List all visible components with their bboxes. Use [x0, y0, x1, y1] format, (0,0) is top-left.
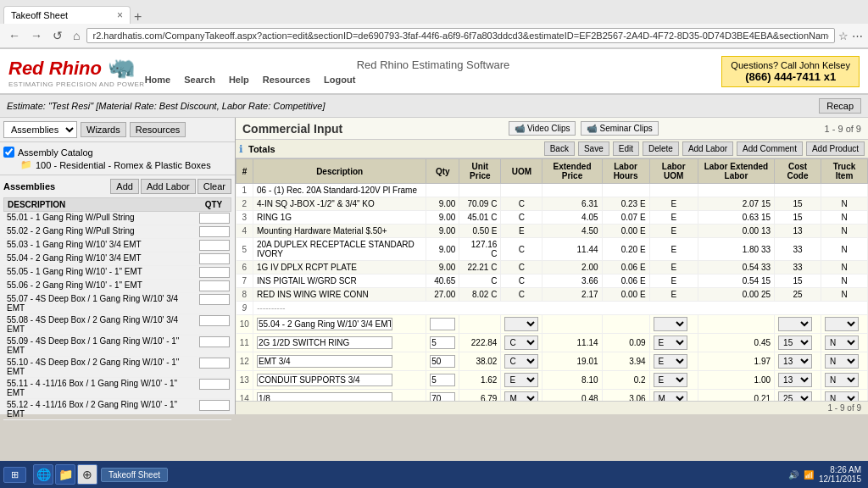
assembly-qty[interactable]	[198, 293, 231, 313]
cell-truck[interactable]: NNY	[821, 352, 868, 371]
labor-uom-select[interactable]: EECM	[654, 354, 687, 369]
qty-input[interactable]	[430, 392, 455, 401]
desc-input[interactable]	[257, 392, 392, 401]
uom-select[interactable]: MECM	[504, 391, 538, 401]
cell-qty[interactable]	[426, 390, 459, 402]
cell-cost-code[interactable]: 25	[775, 390, 821, 402]
cell-truck[interactable]: NNY	[821, 334, 868, 352]
nav-search[interactable]: Search	[184, 75, 215, 85]
qty-input[interactable]	[430, 318, 455, 330]
cell-qty[interactable]	[426, 352, 459, 371]
cell-uom[interactable]: CECM	[501, 334, 542, 352]
assembly-qty[interactable]	[198, 399, 231, 419]
start-button[interactable]: ⊞	[3, 467, 26, 483]
uom-select[interactable]: CECM	[504, 354, 538, 369]
assembly-qty-input[interactable]	[199, 280, 230, 291]
uom-select[interactable]: EECM	[504, 373, 538, 387]
cell-desc[interactable]	[253, 371, 426, 390]
cell-desc[interactable]	[253, 315, 426, 334]
cost-code-select[interactable]: 25	[778, 391, 812, 401]
assembly-qty[interactable]	[198, 280, 231, 292]
assembly-qty-input[interactable]	[199, 400, 230, 411]
cost-code-select[interactable]	[778, 317, 812, 331]
qty-input[interactable]	[430, 336, 455, 349]
action-btn-save[interactable]: Save	[578, 141, 609, 156]
assembly-qty-input[interactable]	[199, 253, 230, 264]
add-assembly-btn[interactable]: Add	[110, 179, 139, 194]
assembly-qty-input[interactable]	[199, 226, 230, 237]
desc-input[interactable]	[257, 336, 392, 349]
cell-truck[interactable]: NNY	[821, 371, 868, 390]
assembly-qty-input[interactable]	[199, 336, 230, 347]
cell-desc[interactable]	[253, 390, 426, 402]
assembly-qty-input[interactable]	[199, 240, 230, 251]
active-window-btn[interactable]: Takeoff Sheet	[101, 468, 168, 482]
nav-logout[interactable]: Logout	[324, 75, 355, 85]
assembly-qty-input[interactable]	[199, 213, 230, 224]
assembly-qty[interactable]	[198, 378, 231, 398]
assembly-qty-input[interactable]	[199, 315, 230, 326]
assembly-qty[interactable]	[198, 212, 231, 225]
assembly-qty[interactable]	[198, 252, 231, 265]
cost-code-select[interactable]: 13	[778, 354, 812, 369]
labor-uom-select[interactable]: EECM	[654, 336, 687, 350]
labor-uom-select[interactable]: MECM	[654, 391, 687, 401]
cell-truck[interactable]: NNY	[821, 390, 868, 402]
tab-close-btn[interactable]: ×	[117, 9, 123, 21]
truck-select[interactable]: NNY	[825, 391, 859, 401]
assembly-qty[interactable]	[198, 239, 231, 252]
assembly-type-dropdown[interactable]: Assemblies	[3, 121, 77, 138]
cell-cost-code[interactable]: 15	[775, 334, 821, 352]
cell-truck[interactable]: NY	[821, 315, 868, 334]
assembly-qty[interactable]	[198, 266, 231, 279]
cell-cost-code[interactable]	[775, 315, 821, 334]
cell-uom[interactable]: MECM	[501, 390, 542, 402]
assembly-qty[interactable]	[198, 357, 231, 377]
cell-qty[interactable]	[426, 334, 459, 352]
action-btn-edit[interactable]: Edit	[613, 141, 639, 156]
desc-input[interactable]	[257, 374, 392, 386]
cell-qty[interactable]	[426, 315, 459, 334]
assembly-qty-input[interactable]	[199, 294, 230, 305]
cell-uom[interactable]: EECM	[501, 371, 542, 390]
uom-select[interactable]: CECM	[504, 336, 538, 350]
resources-button[interactable]: Resources	[130, 122, 186, 137]
assembly-qty-input[interactable]	[199, 267, 230, 278]
assembly-qty[interactable]	[198, 336, 231, 356]
cost-code-select[interactable]: 15	[778, 336, 812, 350]
nav-help[interactable]: Help	[229, 75, 249, 85]
cell-labor-uom[interactable]: MECM	[649, 390, 698, 402]
menu-icon[interactable]: ⋯	[852, 30, 863, 42]
desc-input[interactable]	[257, 318, 392, 330]
cell-qty[interactable]	[426, 371, 459, 390]
assembly-qty-input[interactable]	[199, 358, 230, 369]
tree-child-item[interactable]: 📁 100 - Residential - Romex & Plastic Bo…	[20, 158, 231, 171]
assembly-qty[interactable]	[198, 225, 231, 238]
labor-uom-select[interactable]: ECM	[654, 317, 687, 331]
cell-labor-uom[interactable]: EECM	[649, 334, 698, 352]
cell-labor-uom[interactable]: ECM	[649, 315, 698, 334]
cell-desc[interactable]	[253, 334, 426, 352]
truck-select[interactable]: NY	[825, 317, 859, 331]
qty-input[interactable]	[430, 355, 455, 368]
cell-uom[interactable]: ECM	[501, 315, 542, 334]
wizards-button[interactable]: Wizards	[81, 122, 126, 137]
cell-desc[interactable]	[253, 352, 426, 371]
action-btn-delete[interactable]: Delete	[643, 141, 679, 156]
truck-select[interactable]: NNY	[825, 354, 859, 369]
cell-cost-code[interactable]: 13	[775, 352, 821, 371]
action-btn-back[interactable]: Back	[544, 141, 575, 156]
taskbar-folder-icon[interactable]: 📁	[55, 464, 75, 485]
labor-uom-select[interactable]: EECM	[654, 373, 687, 387]
taskbar-chrome-icon[interactable]: ⊕	[77, 464, 97, 485]
nav-home[interactable]: Home	[145, 75, 171, 85]
home-btn[interactable]: ⌂	[70, 27, 83, 44]
tree-checkbox[interactable]	[3, 147, 14, 158]
back-btn[interactable]: ←	[5, 27, 24, 44]
new-tab-btn[interactable]: +	[134, 10, 142, 24]
cell-cost-code[interactable]: 13	[775, 371, 821, 390]
cell-uom[interactable]: CECM	[501, 352, 542, 371]
clear-btn[interactable]: Clear	[198, 179, 231, 194]
active-tab[interactable]: Takeoff Sheet ×	[3, 6, 131, 24]
address-bar[interactable]	[86, 28, 835, 43]
